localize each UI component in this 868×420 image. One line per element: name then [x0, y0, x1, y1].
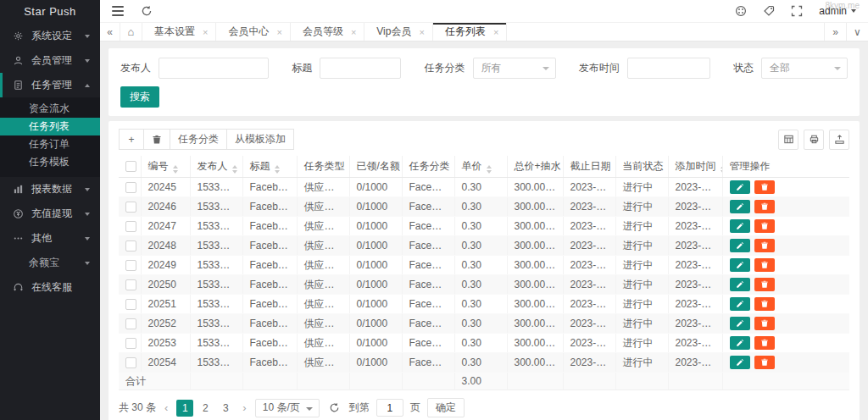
- delete-button[interactable]: [754, 258, 775, 272]
- print-icon[interactable]: [804, 130, 824, 150]
- cell-status: 进行中: [615, 314, 668, 334]
- edit-button[interactable]: [730, 317, 750, 330]
- sidebar-subitem-task-list[interactable]: 任务列表: [0, 118, 100, 135]
- close-icon[interactable]: ×: [351, 27, 356, 37]
- edit-button[interactable]: [730, 219, 750, 233]
- status-select[interactable]: 全部: [761, 58, 848, 79]
- tab-member-center[interactable]: 会员中心×: [216, 23, 290, 41]
- add-from-template-button[interactable]: 从模板添加: [226, 129, 294, 150]
- task-category-button[interactable]: 任务分类: [170, 129, 227, 150]
- edit-button[interactable]: [730, 278, 750, 291]
- title-input[interactable]: [320, 58, 401, 79]
- page-button-2[interactable]: 2: [197, 400, 214, 417]
- prev-page-icon[interactable]: ‹: [163, 401, 170, 414]
- scroll-tabs-right-icon[interactable]: »: [824, 23, 846, 41]
- page-button-1[interactable]: 1: [176, 400, 193, 417]
- tab-task-list[interactable]: 任务列表×: [433, 23, 507, 41]
- tab-member-level[interactable]: 会员等级×: [291, 23, 364, 41]
- delete-button[interactable]: [754, 239, 775, 252]
- column-header-1: 发布人: [190, 156, 242, 178]
- publisher-input[interactable]: [159, 58, 269, 79]
- close-icon[interactable]: ×: [493, 27, 498, 37]
- row-checkbox[interactable]: [125, 318, 136, 329]
- row-checkbox[interactable]: [125, 260, 136, 271]
- row-checkbox[interactable]: [125, 357, 136, 368]
- table-tools: [773, 130, 849, 150]
- sidebar-item-system-settings[interactable]: 系统设定: [0, 24, 100, 48]
- delete-button[interactable]: [754, 278, 775, 291]
- row-checkbox[interactable]: [125, 182, 136, 193]
- delete-button[interactable]: [754, 219, 775, 233]
- refresh-icon[interactable]: [141, 5, 153, 17]
- delete-button[interactable]: [754, 317, 775, 330]
- sort-icon[interactable]: [275, 165, 280, 174]
- table-row: 20249153374536...Facebook供应信息0/1000Faceb…: [119, 256, 849, 275]
- cell-actions: [722, 295, 849, 314]
- reload-table-icon[interactable]: [329, 402, 340, 413]
- delete-button[interactable]: [754, 356, 775, 369]
- edit-button[interactable]: [730, 200, 750, 213]
- publish-time-input[interactable]: [627, 58, 710, 79]
- row-checkbox[interactable]: [125, 338, 136, 349]
- goto-page-input[interactable]: [376, 399, 403, 417]
- per-page-select[interactable]: 10 条/页: [255, 399, 320, 417]
- user-menu[interactable]: admin: [819, 5, 856, 17]
- row-checkbox[interactable]: [125, 240, 136, 251]
- collapse-sidebar-icon[interactable]: [112, 6, 124, 16]
- close-icon[interactable]: ×: [276, 27, 281, 37]
- sidebar-item-task-management[interactable]: 任务管理: [0, 73, 100, 97]
- row-checkbox[interactable]: [125, 221, 136, 232]
- search-button[interactable]: 搜索: [120, 86, 159, 108]
- edit-button[interactable]: [730, 336, 750, 350]
- export-icon[interactable]: [829, 130, 849, 150]
- scroll-tabs-left-icon[interactable]: «: [100, 23, 120, 41]
- sidebar-item-online-service[interactable]: 在线客服: [0, 275, 100, 300]
- sidebar-item-recharge-withdraw[interactable]: 充值提现: [0, 202, 100, 226]
- close-icon[interactable]: ×: [419, 27, 424, 37]
- sidebar-subitem-fund-flow[interactable]: 资金流水: [0, 100, 100, 118]
- tag-icon[interactable]: [763, 5, 775, 17]
- delete-button[interactable]: [754, 336, 775, 350]
- sidebar-item-member-management[interactable]: 会员管理: [0, 48, 100, 73]
- edit-button[interactable]: [730, 239, 750, 252]
- delete-selected-button[interactable]: [143, 129, 170, 150]
- row-checkbox[interactable]: [125, 202, 136, 213]
- cell-publisher: 153374536...: [190, 314, 242, 334]
- home-tab-icon[interactable]: ⌂: [120, 23, 142, 41]
- sort-icon[interactable]: [173, 165, 178, 174]
- row-checkbox[interactable]: [125, 299, 136, 310]
- fullscreen-icon[interactable]: [791, 5, 803, 17]
- sidebar-subitem-task-templates[interactable]: 任务模板: [0, 153, 100, 171]
- sidebar-item-other[interactable]: 其他: [0, 226, 100, 251]
- delete-button[interactable]: [754, 297, 775, 311]
- edit-button[interactable]: [730, 297, 750, 311]
- sort-icon[interactable]: [232, 165, 237, 174]
- page-button-3[interactable]: 3: [217, 400, 234, 417]
- edit-button[interactable]: [730, 258, 750, 272]
- edit-button[interactable]: [730, 180, 750, 194]
- goto-confirm-button[interactable]: 确定: [427, 398, 465, 417]
- tab-vip-member[interactable]: Vip会员×: [364, 23, 433, 41]
- row-checkbox[interactable]: [125, 279, 136, 290]
- cell-status: 进行中: [615, 236, 668, 256]
- delete-button[interactable]: [754, 180, 775, 194]
- cell-unit-price: 0.30: [454, 314, 507, 334]
- sort-icon[interactable]: [487, 165, 492, 174]
- close-icon[interactable]: ×: [203, 27, 208, 37]
- sidebar-subitem-yuebao[interactable]: 余额宝: [0, 251, 100, 275]
- next-page-icon[interactable]: ›: [241, 401, 248, 414]
- columns-filter-icon[interactable]: [778, 130, 798, 150]
- theme-palette-icon[interactable]: [735, 5, 747, 17]
- trash-icon: [152, 135, 162, 145]
- select-all-checkbox[interactable]: [125, 161, 136, 172]
- add-task-button[interactable]: +: [119, 129, 144, 150]
- total-unit-price-cell: 3.00: [454, 373, 507, 390]
- delete-button[interactable]: [754, 200, 775, 213]
- edit-button[interactable]: [730, 356, 750, 369]
- sidebar-item-report-data[interactable]: 报表数据: [0, 177, 100, 202]
- tab-basic-settings[interactable]: 基本设置×: [142, 23, 216, 41]
- category-select[interactable]: 所有: [473, 58, 556, 79]
- cell-task-type: 供应信息: [297, 334, 349, 353]
- sidebar-subitem-task-orders[interactable]: 任务订单: [0, 135, 100, 153]
- tab-options-icon[interactable]: ∨: [846, 23, 868, 41]
